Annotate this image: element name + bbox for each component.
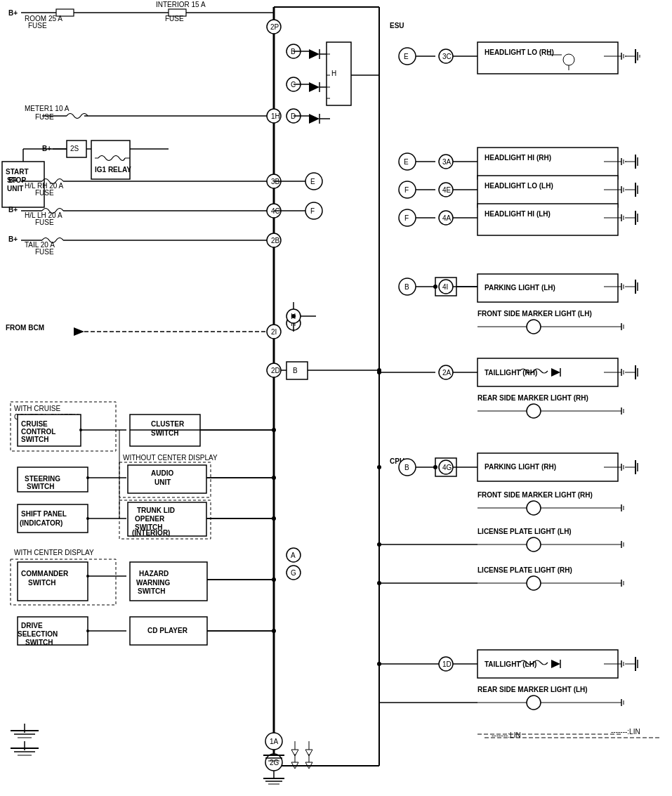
svg-point-345	[377, 370, 381, 374]
svg-text:1A: 1A	[270, 738, 279, 745]
trunk-switch-label: TRUNK LID	[137, 507, 175, 514]
svg-point-219	[527, 696, 541, 710]
svg-text:2P: 2P	[270, 23, 279, 31]
svg-text:HEADLIGHT LO (LH): HEADLIGHT LO (LH)	[485, 182, 553, 190]
svg-text:WITH CRUISE: WITH CRUISE	[14, 405, 60, 412]
svg-text:B+: B+	[8, 206, 18, 214]
svg-rect-266	[18, 504, 88, 533]
svg-text:UNIT: UNIT	[154, 478, 171, 486]
svg-text:SWITCH: SWITCH	[138, 587, 165, 595]
svg-text:SWITCH: SWITCH	[27, 483, 54, 490]
svg-text:IG1 RELAY: IG1 RELAY	[95, 166, 131, 174]
svg-text:F: F	[404, 186, 409, 194]
svg-text:B: B	[404, 283, 409, 291]
hazard-switch-label: HAZARD	[139, 570, 169, 578]
svg-text:B+: B+	[8, 235, 18, 243]
svg-text:FUSE: FUSE	[35, 189, 54, 197]
svg-rect-148	[477, 148, 618, 179]
svg-text:FUSE: FUSE	[165, 15, 184, 22]
svg-point-141	[563, 54, 574, 65]
svg-text:REAR SIDE MARKER LIGHT (RH): REAR SIDE MARKER LIGHT (RH)	[477, 394, 588, 402]
svg-text:-------:LIN: -------:LIN	[611, 728, 640, 736]
cd-player-label: CD PLAYER	[147, 627, 188, 634]
svg-point-200	[527, 537, 541, 552]
svg-text:FUSE: FUSE	[35, 248, 54, 256]
svg-point-194	[527, 501, 541, 515]
svg-text:LICENSE PLATE LIGHT (LH): LICENSE PLATE LIGHT (LH)	[477, 528, 572, 535]
svg-rect-154	[477, 176, 618, 207]
svg-rect-138	[477, 42, 618, 74]
shift-panel-label: SHIFT PANEL	[21, 510, 67, 518]
svg-text:B: B	[293, 367, 298, 374]
svg-text:METER1 10 A: METER1 10 A	[25, 105, 70, 112]
svg-text:SWITCH: SWITCH	[25, 639, 53, 646]
svg-point-170	[527, 320, 541, 334]
svg-point-261	[86, 476, 89, 479]
svg-text:F: F	[310, 207, 315, 215]
svg-text:WARNING: WARNING	[136, 579, 171, 587]
svg-text:REAR SIDE MARKER LIGHT (LH): REAR SIDE MARKER LIGHT (LH)	[477, 686, 588, 693]
cluster-switch-label: CLUSTER	[151, 420, 185, 428]
svg-point-269	[86, 517, 89, 520]
svg-point-236	[291, 314, 296, 318]
steering-switch-label: STEERING	[25, 475, 60, 483]
svg-text:4A: 4A	[442, 214, 452, 222]
svg-text:PARKING LIGHT (RH): PARKING LIGHT (RH)	[485, 463, 556, 471]
drive-switch-label: DRIVE	[21, 622, 43, 629]
svg-text:LICENSE PLATE LIGHT (RH): LICENSE PLATE LIGHT (RH)	[477, 566, 572, 574]
svg-point-251	[79, 429, 82, 431]
svg-point-130	[433, 465, 437, 469]
svg-text:FUSE: FUSE	[28, 22, 47, 30]
svg-text:G: G	[291, 569, 296, 577]
svg-text:2S: 2S	[70, 145, 79, 152]
svg-text:HEADLIGHT HI (LH): HEADLIGHT HI (LH)	[485, 210, 551, 218]
svg-text:INTERIOR 15 A: INTERIOR 15 A	[156, 1, 206, 8]
svg-text:E: E	[310, 178, 315, 185]
svg-text:SELECTION: SELECTION	[18, 630, 58, 638]
svg-text:B: B	[404, 464, 409, 471]
svg-rect-37	[327, 42, 351, 105]
svg-text:F: F	[404, 214, 409, 222]
svg-text:WITH CENTER DISPLAY: WITH CENTER DISPLAY	[14, 549, 94, 556]
svg-text:H: H	[331, 70, 336, 77]
svg-text:OPENER: OPENER	[135, 515, 165, 523]
svg-text:FUSE: FUSE	[35, 113, 54, 121]
svg-text:2I: 2I	[271, 328, 277, 336]
svg-text:3C: 3C	[442, 53, 452, 60]
svg-text:HEADLIGHT HI (RH): HEADLIGHT HI (RH)	[485, 154, 551, 162]
svg-point-348	[377, 581, 381, 585]
svg-text:2D: 2D	[271, 367, 280, 374]
svg-point-120	[433, 285, 437, 289]
svg-text:FROM BCM: FROM BCM	[6, 324, 44, 332]
svg-point-296	[86, 629, 89, 632]
commander-switch-label: COMMANDER	[21, 570, 69, 578]
svg-point-206	[527, 576, 541, 590]
esu-label: ESU	[390, 22, 404, 30]
svg-text:(INTERIOR): (INTERIOR)	[132, 529, 170, 537]
svg-text:FUSE: FUSE	[35, 218, 54, 226]
svg-text:B+: B+	[8, 9, 18, 17]
svg-text:START: START	[6, 168, 29, 176]
svg-text:SWITCH: SWITCH	[28, 579, 55, 587]
svg-point-347	[377, 542, 381, 547]
svg-text:E: E	[404, 53, 409, 60]
svg-text:B+: B+	[8, 176, 18, 184]
svg-text:FRONT SIDE MARKER LIGHT (LH): FRONT SIDE MARKER LIGHT (LH)	[477, 310, 592, 318]
svg-text:4I: 4I	[442, 283, 448, 291]
audio-unit-label: AUDIO	[151, 469, 173, 477]
svg-text:1D: 1D	[442, 660, 452, 668]
svg-point-282	[86, 575, 89, 578]
svg-text:UNIT: UNIT	[7, 185, 23, 193]
svg-text:HEADLIGHT LO (RH): HEADLIGHT LO (RH)	[485, 48, 554, 56]
svg-text:2G: 2G	[270, 759, 279, 766]
svg-text:1H: 1H	[271, 112, 280, 120]
svg-point-183	[527, 404, 541, 418]
svg-text:4E: 4E	[442, 186, 452, 194]
svg-rect-159	[477, 204, 618, 235]
cruise-switch-label: CRUISE	[21, 420, 48, 428]
svg-text:(INDICATOR): (INDICATOR)	[20, 519, 62, 527]
svg-text:SWITCH: SWITCH	[21, 436, 48, 443]
svg-text:WITHOUT CENTER DISPLAY: WITHOUT CENTER DISPLAY	[123, 454, 218, 462]
svg-text:E: E	[404, 158, 409, 166]
svg-text:A: A	[291, 552, 296, 559]
